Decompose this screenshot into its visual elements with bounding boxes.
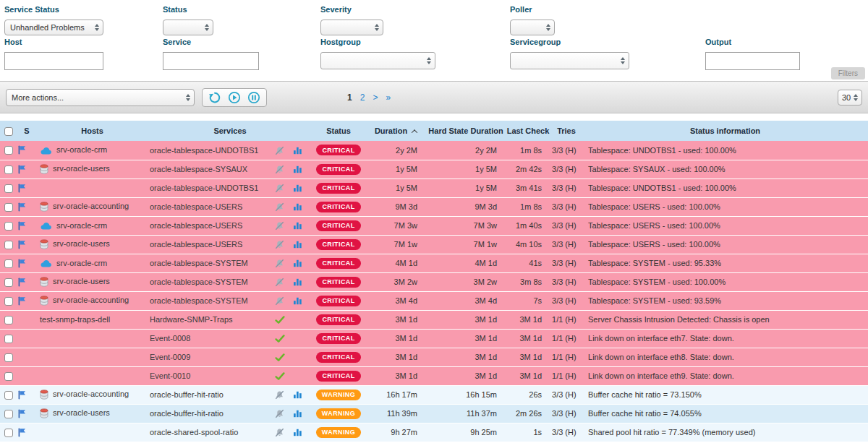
host-link[interactable]: srv-oracle-crm [56, 145, 107, 154]
row-checkbox[interactable] [4, 278, 13, 287]
host-link[interactable]: test-snmp-traps-dell [40, 315, 110, 324]
performance-graph-icon[interactable] [293, 296, 302, 305]
notifications-disabled-icon[interactable] [275, 202, 284, 212]
servicegroup-select[interactable] [510, 52, 629, 69]
row-checkbox[interactable] [4, 410, 13, 418]
performance-graph-icon[interactable] [293, 409, 302, 418]
col-header-duration[interactable]: Duration [365, 121, 426, 141]
service-input[interactable] [163, 52, 259, 70]
row-checkbox[interactable] [4, 297, 13, 306]
notifications-disabled-icon[interactable] [275, 165, 284, 174]
performance-graph-icon[interactable] [293, 221, 302, 230]
row-checkbox[interactable] [4, 203, 13, 212]
service-link[interactable]: oracle-tablespace-SYSTEM [150, 259, 248, 267]
host-cell: srv-oracle-users [36, 272, 148, 291]
host-link[interactable]: srv-oracle-users [53, 164, 110, 173]
performance-graph-icon[interactable] [293, 259, 302, 267]
service-link[interactable]: oracle-tablespace-USERS [150, 221, 242, 230]
service-link[interactable]: Event-0009 [150, 353, 190, 361]
service-link[interactable]: Event-0008 [150, 334, 190, 343]
row-checkbox[interactable] [4, 429, 13, 437]
col-header-hard-state-duration[interactable]: Hard State Duration [426, 121, 506, 141]
row-checkbox[interactable] [4, 372, 13, 381]
performance-graph-icon[interactable] [293, 278, 302, 286]
notifications-disabled-icon[interactable] [275, 259, 284, 268]
col-header-status[interactable]: Status [312, 121, 365, 141]
filter-label-service-status: Service Status [4, 5, 103, 14]
col-header-services[interactable]: Services [148, 121, 312, 141]
performance-graph-icon[interactable] [293, 184, 302, 192]
pagination-page-2[interactable]: 2 [360, 93, 365, 103]
row-checkbox[interactable] [4, 241, 13, 249]
host-link[interactable]: srv-oracle-crm [56, 259, 107, 267]
host-link[interactable]: srv-oracle-users [53, 277, 110, 285]
notifications-disabled-icon[interactable] [275, 278, 284, 287]
row-checkbox[interactable] [4, 316, 13, 324]
severity-select[interactable] [320, 20, 383, 35]
col-header-tries[interactable]: Tries [550, 121, 582, 141]
col-header-s[interactable]: S [17, 121, 36, 141]
row-checkbox[interactable] [4, 146, 13, 155]
filters-button[interactable]: Filters [831, 67, 865, 79]
notifications-disabled-icon[interactable] [275, 184, 284, 193]
service-link[interactable]: oracle-buffer-hit-ratio [150, 409, 224, 418]
status-select[interactable] [163, 20, 213, 35]
performance-graph-icon[interactable] [293, 240, 302, 249]
performance-graph-icon[interactable] [293, 146, 302, 155]
service-status-select[interactable]: Unhandled Problems [4, 20, 103, 35]
notifications-disabled-icon[interactable] [275, 146, 284, 155]
notifications-disabled-icon[interactable] [275, 296, 284, 306]
host-link[interactable]: srv-oracle-accounting [53, 390, 129, 398]
more-actions-select[interactable]: More actions... [6, 89, 195, 106]
host-link[interactable]: srv-oracle-accounting [53, 202, 129, 210]
pagination-last[interactable]: » [386, 93, 391, 103]
host-link[interactable]: srv-oracle-users [53, 239, 110, 248]
play-icon[interactable] [228, 91, 241, 104]
select-all-checkbox[interactable] [4, 127, 13, 136]
duration-cell: 3M 1d [365, 348, 426, 366]
host-link[interactable]: srv-oracle-crm [56, 221, 107, 230]
row-checkbox[interactable] [4, 222, 13, 231]
notifications-disabled-icon[interactable] [275, 409, 284, 418]
service-link[interactable]: Hardware-SNMP-Traps [150, 315, 233, 324]
service-link[interactable]: oracle-buffer-hit-ratio [150, 390, 224, 399]
page-size-select[interactable]: 30 [838, 90, 862, 106]
row-checkbox[interactable] [4, 165, 13, 174]
performance-graph-icon[interactable] [293, 428, 302, 436]
service-link[interactable]: oracle-tablespace-USERS [150, 202, 242, 211]
performance-graph-icon[interactable] [293, 390, 302, 399]
refresh-icon[interactable] [208, 91, 221, 104]
service-link[interactable]: Event-0010 [150, 371, 190, 380]
pagination-next[interactable]: > [373, 93, 378, 103]
notifications-disabled-icon[interactable] [275, 428, 284, 437]
notifications-disabled-icon[interactable] [275, 221, 284, 231]
row-checkbox[interactable] [4, 184, 13, 193]
col-header-last-check[interactable]: Last Check [506, 121, 550, 141]
pagination-page-current[interactable]: 1 [347, 93, 352, 103]
row-checkbox[interactable] [4, 391, 13, 400]
service-link[interactable]: oracle-tablespace-UNDOTBS1 [150, 184, 258, 192]
poller-select[interactable] [510, 20, 555, 35]
row-checkbox[interactable] [4, 259, 13, 268]
host-input[interactable] [4, 52, 103, 70]
row-checkbox[interactable] [4, 335, 13, 343]
service-link[interactable]: oracle-tablespace-UNDOTBS1 [150, 146, 258, 155]
hostgroup-select[interactable] [320, 52, 435, 69]
row-checkbox[interactable] [4, 353, 13, 362]
notifications-disabled-icon[interactable] [275, 390, 284, 400]
performance-graph-icon[interactable] [293, 165, 302, 173]
output-input[interactable] [705, 52, 800, 70]
host-link[interactable]: srv-oracle-accounting [53, 296, 129, 304]
service-link[interactable]: oracle-tablespace-SYSTEM [150, 278, 248, 286]
notifications-disabled-icon[interactable] [275, 240, 284, 249]
performance-graph-icon[interactable] [293, 202, 302, 211]
pause-icon[interactable] [247, 91, 260, 104]
last-check-cell: 1m 8s [506, 197, 550, 216]
col-header-hosts[interactable]: Hosts [36, 121, 148, 141]
service-link[interactable]: oracle-tablespace-SYSAUX [150, 165, 247, 173]
service-link[interactable]: oracle-tablespace-SYSTEM [150, 296, 248, 305]
service-link[interactable]: oracle-shared-spool-ratio [150, 428, 238, 436]
col-header-status-information[interactable]: Status information [582, 121, 868, 141]
host-link[interactable]: srv-oracle-users [53, 408, 110, 417]
service-link[interactable]: oracle-tablespace-USERS [150, 240, 242, 249]
